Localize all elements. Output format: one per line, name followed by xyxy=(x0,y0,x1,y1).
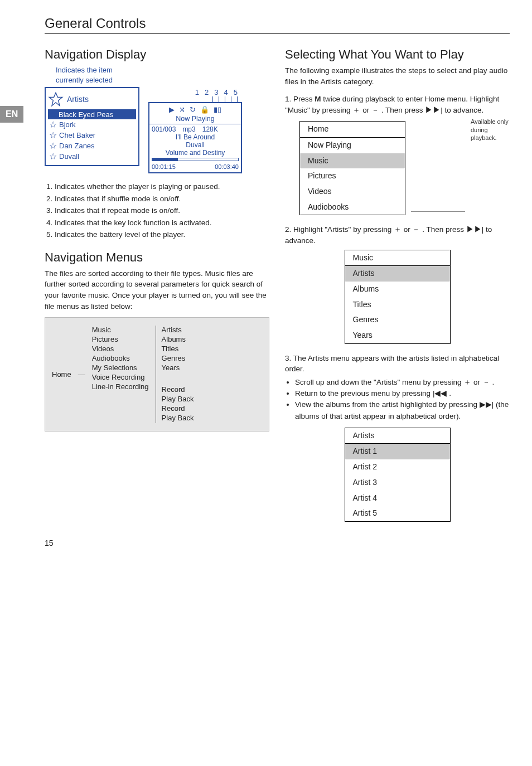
nav-menus-heading: Navigation Menus xyxy=(45,250,269,265)
menu-item: Albums xyxy=(345,282,450,297)
dia-l3: Years xyxy=(162,363,194,372)
selecting-body: The following example illustrates the st… xyxy=(285,65,510,87)
next-icon: ▶▶| xyxy=(480,400,494,409)
bullet: Return to the previous menu by pressing … xyxy=(295,388,510,399)
language-tab: EN xyxy=(0,106,23,123)
lock-icon: 🔒 xyxy=(200,105,209,114)
legend-num: 1 xyxy=(195,88,199,96)
dia-root: Home xyxy=(52,370,71,379)
dia-l2: Pictures xyxy=(92,335,149,343)
np-total: 00:03:40 xyxy=(215,163,239,170)
prev-icon: |◀◀ xyxy=(433,389,447,397)
legend-item: Indicates that the key lock function is … xyxy=(55,217,269,229)
minus-icon: － xyxy=(482,378,490,386)
menu-item: Artist 3 xyxy=(345,475,450,491)
t: . Then press xyxy=(420,225,466,234)
menu-item: Pictures xyxy=(300,168,405,184)
progress-bar xyxy=(152,158,239,161)
indicates-item-note: Indicates the item currently selected xyxy=(56,65,269,85)
plus-icon: ＋ xyxy=(352,106,360,114)
t: View the albums from the artist highligh… xyxy=(295,400,480,409)
dia-l2: Voice Recording xyxy=(92,373,149,381)
dia-l3: Play Back xyxy=(162,414,194,422)
t: Return to the previous menu by pressing xyxy=(295,389,433,397)
legend-num: 2 xyxy=(205,88,209,96)
dia-l3: Play Back xyxy=(162,395,194,403)
plus-icon: ＋ xyxy=(463,378,471,386)
repeat-icon: ↻ xyxy=(190,105,196,114)
right-column: Selecting What You Want to Play The foll… xyxy=(285,47,510,522)
t: or xyxy=(360,106,371,114)
t: or xyxy=(402,225,413,234)
legend-item: Indicates that if shuffle mode is on/off… xyxy=(55,193,269,205)
star-solid-icon: ★ xyxy=(49,110,56,119)
artist-label: Dan Zanes xyxy=(59,142,95,150)
menu-item: Audiobooks xyxy=(300,200,405,215)
dia-l3: Genres xyxy=(162,354,194,362)
legend-item: Indicates that if repeat mode is on/off. xyxy=(55,205,269,216)
t: . xyxy=(447,389,451,397)
selecting-heading: Selecting What You Want to Play xyxy=(285,47,510,62)
menu-header: Home xyxy=(300,122,405,138)
star-outline-icon: ☆ xyxy=(49,140,57,151)
artist-row: ☆ Chet Baker xyxy=(48,130,136,140)
artist-label: Bjork xyxy=(59,120,76,129)
artist-row: ☆ Bjork xyxy=(48,119,136,130)
t: . Then press xyxy=(379,106,425,114)
step-2: 2. Highlight "Artists" by pressing ＋ or … xyxy=(285,224,510,246)
artists-heading: Artists xyxy=(67,95,89,104)
next-icon: ▶▶| xyxy=(425,106,443,114)
menu-header: Music xyxy=(345,250,450,266)
legend-num: 4 xyxy=(224,88,228,96)
legend-ticks xyxy=(148,96,238,102)
dia-l2: Videos xyxy=(92,345,149,353)
artist-row: ☆ Dan Zanes xyxy=(48,140,136,151)
home-menu-box: Home Now Playing Music Pictures Videos A… xyxy=(299,121,405,215)
legend-item: Indicates the battery level of the playe… xyxy=(55,229,269,240)
nav-display-heading: Navigation Display xyxy=(45,47,269,62)
bullet: View the albums from the artist highligh… xyxy=(295,399,510,422)
t: to advance. xyxy=(443,106,484,114)
legend-numbers: 1 2 3 4 5 xyxy=(148,88,238,96)
artists-menu-box: Artists Artist 1 Artist 2 Artist 3 Artis… xyxy=(345,428,451,522)
now-playing-box: ▶ ⤨ ↻ 🔒 ▮▯ Now Playing 001/003 mp3 128K … xyxy=(148,102,242,173)
t: . xyxy=(490,378,495,386)
bullet: Scroll up and down the "Artists" menu by… xyxy=(295,377,510,388)
menu-header: Artists xyxy=(345,428,450,444)
t: Scroll up and down the "Artists" menu by… xyxy=(295,378,463,386)
svg-marker-0 xyxy=(49,93,62,105)
np-song: I'll Be Around xyxy=(149,133,241,141)
step-3: 3. The Artists menu appears with the art… xyxy=(285,353,510,375)
key-M: M xyxy=(315,95,321,103)
plus-icon: ＋ xyxy=(394,225,402,234)
menu-item: Artist 5 xyxy=(345,506,450,521)
menu-item-selected: Artist 1 xyxy=(345,444,450,459)
menu-item: Genres xyxy=(345,312,450,328)
music-menu-box: Music Artists Albums Titles Genres Years xyxy=(345,250,451,344)
play-icon: ▶ xyxy=(169,105,175,114)
t: Press xyxy=(293,95,315,103)
dia-l3: Record xyxy=(162,404,194,413)
dia-l2: My Selections xyxy=(92,363,149,372)
artist-row: ☆ Duvall xyxy=(48,151,136,162)
star-outline-icon: ☆ xyxy=(49,119,57,130)
now-playing-title: Now Playing xyxy=(149,115,241,124)
leader-line xyxy=(411,211,465,212)
menu-item: Videos xyxy=(300,184,405,200)
legend-num: 5 xyxy=(234,88,238,96)
star-outline-icon: ☆ xyxy=(49,130,57,140)
np-album: Volume and Destiny xyxy=(149,149,241,157)
menu-item: Now Playing xyxy=(300,138,405,153)
t: Highlight "Artists" by pressing xyxy=(293,225,394,234)
minus-icon: － xyxy=(412,225,420,234)
menu-item: Artist 4 xyxy=(345,491,450,506)
menu-item-selected: Music xyxy=(300,153,405,169)
big-star-icon xyxy=(48,91,64,107)
artist-label: Chet Baker xyxy=(59,131,95,139)
t: The Artists menu appears with the artist… xyxy=(285,354,499,374)
np-artist: Duvall xyxy=(149,141,241,149)
now-playing-wrap: 1 2 3 4 5 ▶ ⤨ ↻ 🔒 xyxy=(148,87,242,173)
dia-l3: Albums xyxy=(162,335,194,343)
artist-row-selected: ★ Black Eyed Peas xyxy=(48,109,136,119)
menu-item: Years xyxy=(345,328,450,343)
